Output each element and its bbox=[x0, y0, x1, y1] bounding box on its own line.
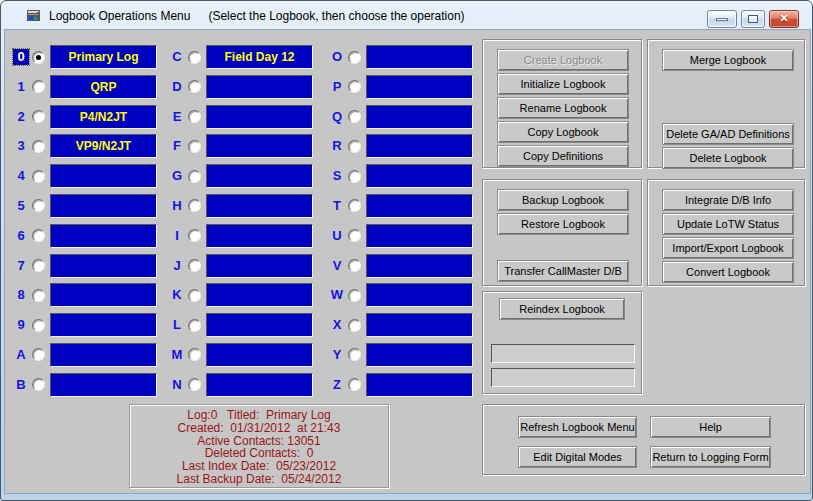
edit-digital-modes-button[interactable]: Edit Digital Modes bbox=[518, 446, 637, 468]
delete-logbook-button[interactable]: Delete Logbook bbox=[662, 147, 794, 169]
delete-gaad-definitions-button[interactable]: Delete GA/AD Definitions bbox=[662, 123, 794, 145]
logbook-select-radio[interactable] bbox=[32, 319, 45, 332]
backup-logbook-button[interactable]: Backup Logbook bbox=[497, 189, 629, 211]
restore-logbook-button[interactable]: Restore Logbook bbox=[497, 213, 629, 235]
import-export-logbook-button[interactable]: Import/Export Logbook bbox=[662, 237, 794, 259]
merge-logbook-button[interactable]: Merge Logbook bbox=[662, 49, 794, 71]
reindex-logbook-button[interactable]: Reindex Logbook bbox=[499, 298, 625, 320]
logbook-title-field bbox=[206, 134, 313, 158]
logbook-select-radio[interactable] bbox=[32, 229, 45, 242]
logbook-column-0-B: 0Primary Log1QRP2P4/N2JT3VP9/N2JT456789A… bbox=[13, 45, 157, 403]
logbook-title-field: VP9/N2JT bbox=[50, 134, 157, 158]
logbook-select-radio[interactable] bbox=[32, 80, 45, 93]
logbook-select-radio[interactable] bbox=[188, 140, 201, 153]
return-to-logging-form-button[interactable]: Return to Logging Form bbox=[650, 446, 771, 468]
logbook-title-field: QRP bbox=[50, 75, 157, 99]
logbook-select-radio[interactable] bbox=[188, 319, 201, 332]
logbook-title-field bbox=[366, 134, 473, 158]
logbook-select-radio[interactable] bbox=[32, 378, 45, 391]
slot-key-label: 9 bbox=[13, 317, 29, 333]
initialize-logbook-button[interactable]: Initialize Logbook bbox=[497, 73, 629, 95]
logbook-title-field bbox=[50, 194, 157, 218]
logbook-select-radio[interactable] bbox=[32, 170, 45, 183]
logbook-title-field bbox=[206, 313, 313, 337]
logbook-select-radio[interactable] bbox=[188, 229, 201, 242]
logbook-select-radio[interactable] bbox=[348, 170, 361, 183]
logbook-slot-row: 9 bbox=[13, 313, 157, 337]
logbook-select-radio[interactable] bbox=[188, 259, 201, 272]
logbook-select-radio[interactable] bbox=[188, 348, 201, 361]
copy-logbook-button[interactable]: Copy Logbook bbox=[497, 121, 629, 143]
logbook-select-radio[interactable] bbox=[32, 110, 45, 123]
logbook-title-field bbox=[206, 164, 313, 188]
slot-key-label: 6 bbox=[13, 228, 29, 244]
logbook-title-field bbox=[206, 224, 313, 248]
integrate-db-info-button[interactable]: Integrate D/B Info bbox=[662, 189, 794, 211]
logbook-select-radio[interactable] bbox=[348, 289, 361, 302]
slot-key-label: P bbox=[329, 79, 345, 95]
logbook-title-field: Primary Log bbox=[50, 45, 157, 69]
logbook-title-field bbox=[50, 313, 157, 337]
logbook-slot-row: 0Primary Log bbox=[13, 45, 157, 69]
slot-key-label: W bbox=[329, 287, 345, 303]
slot-key-label: T bbox=[329, 198, 345, 214]
logbook-select-radio[interactable] bbox=[32, 259, 45, 272]
logbook-title-field bbox=[366, 224, 473, 248]
logbook-title-field bbox=[50, 343, 157, 367]
logbook-select-radio[interactable] bbox=[188, 110, 201, 123]
logbook-select-radio[interactable] bbox=[32, 51, 45, 64]
transfer-callmaster-button[interactable]: Transfer CallMaster D/B bbox=[497, 260, 629, 282]
logbook-slot-row: R bbox=[329, 134, 473, 158]
logbook-select-radio[interactable] bbox=[348, 348, 361, 361]
logbook-select-radio[interactable] bbox=[188, 199, 201, 212]
slot-key-label: E bbox=[169, 109, 185, 125]
logbook-select-radio[interactable] bbox=[188, 51, 201, 64]
minimize-button[interactable] bbox=[707, 10, 737, 28]
logbook-slot-row: 6 bbox=[13, 224, 157, 248]
logbook-select-radio[interactable] bbox=[188, 378, 201, 391]
maximize-button[interactable] bbox=[741, 10, 765, 28]
slot-key-label: K bbox=[169, 287, 185, 303]
logbook-select-radio[interactable] bbox=[188, 289, 201, 302]
logbook-select-radio[interactable] bbox=[348, 378, 361, 391]
logbook-select-radio[interactable] bbox=[348, 80, 361, 93]
slot-key-label: 8 bbox=[13, 287, 29, 303]
logbook-select-radio[interactable] bbox=[32, 289, 45, 302]
rename-logbook-button[interactable]: Rename Logbook bbox=[497, 97, 629, 119]
logbook-select-radio[interactable] bbox=[32, 348, 45, 361]
logbook-select-radio[interactable] bbox=[348, 199, 361, 212]
slot-key-label: S bbox=[329, 168, 345, 184]
logbook-title-field bbox=[366, 105, 473, 129]
logbook-slot-row: U bbox=[329, 224, 473, 248]
log-info-panel: Log:0 Titled: Primary Log Created: 01/31… bbox=[129, 404, 389, 488]
maximize-icon bbox=[748, 15, 758, 23]
logbook-select-radio[interactable] bbox=[188, 80, 201, 93]
logbook-title-field bbox=[366, 343, 473, 367]
logbook-select-radio[interactable] bbox=[348, 110, 361, 123]
group-create-ops: Create Logbook Initialize Logbook Rename… bbox=[482, 39, 642, 168]
slot-key-label: 2 bbox=[13, 109, 29, 125]
logbook-select-radio[interactable] bbox=[348, 140, 361, 153]
logbook-slot-row: CField Day 12 bbox=[169, 45, 313, 69]
group-db-ops: Integrate D/B Info Update LoTW Status Im… bbox=[647, 179, 805, 286]
slot-key-label: 5 bbox=[13, 198, 29, 214]
logbook-select-radio[interactable] bbox=[348, 259, 361, 272]
slot-key-label: 4 bbox=[13, 168, 29, 184]
logbook-select-radio[interactable] bbox=[348, 51, 361, 64]
logbook-slot-row: T bbox=[329, 194, 473, 218]
close-button[interactable]: ✕ bbox=[769, 10, 799, 28]
log-info-title-line: Log:0 Titled: Primary Log bbox=[130, 409, 388, 422]
logbook-select-radio[interactable] bbox=[188, 170, 201, 183]
logbook-select-radio[interactable] bbox=[32, 199, 45, 212]
update-lotw-status-button[interactable]: Update LoTW Status bbox=[662, 213, 794, 235]
logbook-select-radio[interactable] bbox=[348, 319, 361, 332]
help-button[interactable]: Help bbox=[650, 416, 771, 438]
copy-definitions-button[interactable]: Copy Definitions bbox=[497, 145, 629, 167]
convert-logbook-button[interactable]: Convert Logbook bbox=[662, 261, 794, 283]
logbook-select-radio[interactable] bbox=[348, 229, 361, 242]
logbook-select-radio[interactable] bbox=[32, 140, 45, 153]
logbook-slot-row: E bbox=[169, 105, 313, 129]
logbook-slot-row: M bbox=[169, 343, 313, 367]
refresh-logbook-menu-button[interactable]: Refresh Logbook Menu bbox=[518, 416, 637, 438]
logbook-slot-row: Y bbox=[329, 343, 473, 367]
